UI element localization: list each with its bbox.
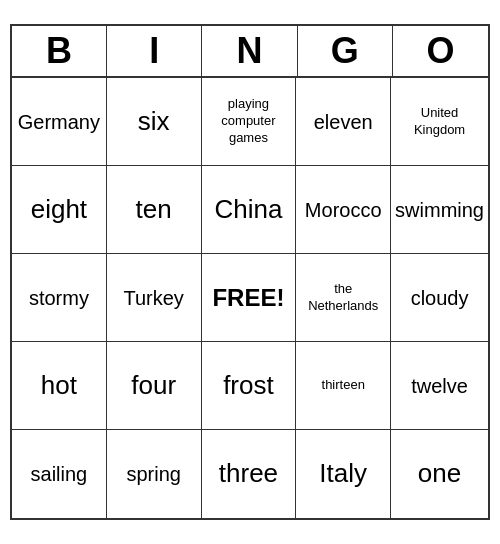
bingo-grid: Germanysixplaying computer gameselevenUn… [12,78,488,518]
bingo-cell-6: ten [107,166,202,254]
bingo-cell-14: cloudy [391,254,488,342]
bingo-cell-20: sailing [12,430,107,518]
bingo-card: BINGO Germanysixplaying computer gamesel… [10,24,490,520]
bingo-cell-1: six [107,78,202,166]
bingo-cell-2: playing computer games [202,78,297,166]
bingo-cell-17: frost [202,342,297,430]
bingo-cell-13: the Netherlands [296,254,391,342]
bingo-cell-7: China [202,166,297,254]
bingo-cell-23: Italy [296,430,391,518]
bingo-cell-19: twelve [391,342,488,430]
header-letter-i: I [107,26,202,76]
bingo-cell-18: thirteen [296,342,391,430]
bingo-cell-15: hot [12,342,107,430]
bingo-cell-8: Morocco [296,166,391,254]
bingo-cell-12: FREE! [202,254,297,342]
bingo-cell-0: Germany [12,78,107,166]
bingo-cell-10: stormy [12,254,107,342]
bingo-cell-21: spring [107,430,202,518]
bingo-header: BINGO [12,26,488,78]
bingo-cell-4: United Kingdom [391,78,488,166]
bingo-cell-11: Turkey [107,254,202,342]
header-letter-o: O [393,26,488,76]
header-letter-g: G [298,26,393,76]
bingo-cell-9: swimming [391,166,488,254]
bingo-cell-3: eleven [296,78,391,166]
header-letter-b: B [12,26,107,76]
header-letter-n: N [202,26,297,76]
bingo-cell-16: four [107,342,202,430]
bingo-cell-5: eight [12,166,107,254]
bingo-cell-24: one [391,430,488,518]
bingo-cell-22: three [202,430,297,518]
